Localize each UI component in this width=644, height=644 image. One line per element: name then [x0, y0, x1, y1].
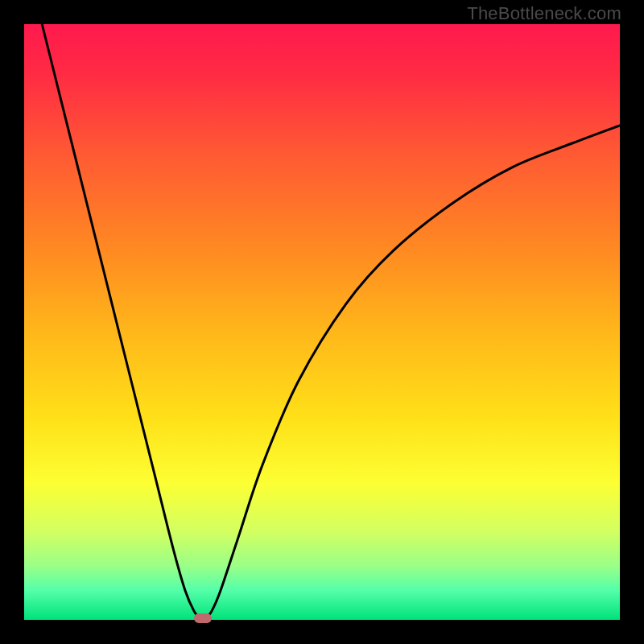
- minimum-marker: [194, 613, 212, 623]
- curve-right-branch: [203, 126, 620, 620]
- curve-left-branch: [42, 24, 203, 620]
- chart-frame: TheBottleneck.com: [0, 0, 644, 644]
- curve-layer: [24, 24, 620, 620]
- plot-area: [24, 24, 620, 620]
- watermark-text: TheBottleneck.com: [467, 3, 621, 24]
